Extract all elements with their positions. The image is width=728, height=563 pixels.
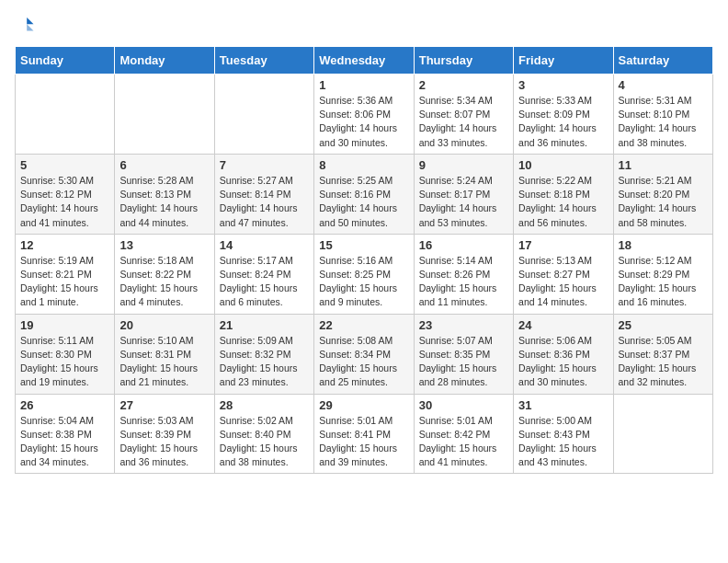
calendar-cell: 3Sunrise: 5:33 AM Sunset: 8:09 PM Daylig… bbox=[514, 75, 613, 155]
day-number: 15 bbox=[319, 238, 408, 252]
day-number: 12 bbox=[20, 238, 109, 252]
calendar-week-4: 19Sunrise: 5:11 AM Sunset: 8:30 PM Dayli… bbox=[16, 314, 713, 394]
calendar-cell: 2Sunrise: 5:34 AM Sunset: 8:07 PM Daylig… bbox=[414, 75, 513, 155]
day-number: 6 bbox=[119, 158, 209, 172]
day-info: Sunrise: 5:04 AM Sunset: 8:38 PM Dayligh… bbox=[20, 414, 109, 470]
day-info: Sunrise: 5:25 AM Sunset: 8:16 PM Dayligh… bbox=[319, 174, 408, 230]
calendar-cell: 20Sunrise: 5:10 AM Sunset: 8:31 PM Dayli… bbox=[115, 314, 214, 394]
day-number: 26 bbox=[20, 398, 109, 412]
calendar-cell: 29Sunrise: 5:01 AM Sunset: 8:41 PM Dayli… bbox=[314, 394, 414, 474]
calendar-cell: 17Sunrise: 5:13 AM Sunset: 8:27 PM Dayli… bbox=[514, 234, 613, 314]
day-number: 27 bbox=[119, 398, 209, 412]
calendar-cell bbox=[16, 75, 115, 155]
day-info: Sunrise: 5:27 AM Sunset: 8:14 PM Dayligh… bbox=[220, 174, 309, 230]
calendar-cell: 14Sunrise: 5:17 AM Sunset: 8:24 PM Dayli… bbox=[214, 234, 313, 314]
day-info: Sunrise: 5:16 AM Sunset: 8:25 PM Dayligh… bbox=[319, 254, 408, 310]
day-info: Sunrise: 5:06 AM Sunset: 8:36 PM Dayligh… bbox=[518, 334, 608, 390]
calendar-cell: 12Sunrise: 5:19 AM Sunset: 8:21 PM Dayli… bbox=[16, 234, 115, 314]
calendar-cell: 10Sunrise: 5:22 AM Sunset: 8:18 PM Dayli… bbox=[514, 154, 613, 234]
calendar-week-1: 1Sunrise: 5:36 AM Sunset: 8:06 PM Daylig… bbox=[16, 75, 713, 155]
calendar-cell: 21Sunrise: 5:09 AM Sunset: 8:32 PM Dayli… bbox=[214, 314, 313, 394]
day-number: 28 bbox=[220, 398, 309, 412]
day-number: 25 bbox=[619, 318, 708, 332]
day-info: Sunrise: 5:05 AM Sunset: 8:37 PM Dayligh… bbox=[619, 334, 708, 390]
day-info: Sunrise: 5:08 AM Sunset: 8:34 PM Dayligh… bbox=[319, 334, 408, 390]
day-number: 7 bbox=[220, 158, 309, 172]
day-info: Sunrise: 5:18 AM Sunset: 8:22 PM Dayligh… bbox=[119, 254, 209, 310]
day-number: 22 bbox=[319, 318, 408, 332]
day-info: Sunrise: 5:00 AM Sunset: 8:43 PM Dayligh… bbox=[518, 414, 608, 470]
day-number: 16 bbox=[419, 238, 508, 252]
day-info: Sunrise: 5:07 AM Sunset: 8:35 PM Dayligh… bbox=[419, 334, 508, 390]
svg-marker-0 bbox=[27, 17, 33, 24]
calendar-table: SundayMondayTuesdayWednesdayThursdayFrid… bbox=[15, 46, 713, 474]
day-number: 10 bbox=[518, 158, 608, 172]
day-number: 4 bbox=[619, 78, 708, 92]
day-info: Sunrise: 5:21 AM Sunset: 8:20 PM Dayligh… bbox=[619, 174, 708, 230]
day-info: Sunrise: 5:31 AM Sunset: 8:10 PM Dayligh… bbox=[619, 94, 708, 150]
day-number: 11 bbox=[619, 158, 708, 172]
calendar-cell bbox=[613, 394, 712, 474]
calendar-cell: 28Sunrise: 5:02 AM Sunset: 8:40 PM Dayli… bbox=[214, 394, 313, 474]
day-info: Sunrise: 5:28 AM Sunset: 8:13 PM Dayligh… bbox=[119, 174, 209, 230]
day-info: Sunrise: 5:30 AM Sunset: 8:12 PM Dayligh… bbox=[20, 174, 109, 230]
day-number: 1 bbox=[319, 78, 408, 92]
calendar-header-sunday: Sunday bbox=[16, 47, 115, 75]
day-info: Sunrise: 5:01 AM Sunset: 8:41 PM Dayligh… bbox=[319, 414, 408, 470]
calendar-cell bbox=[115, 75, 214, 155]
day-number: 21 bbox=[220, 318, 309, 332]
calendar-header-row: SundayMondayTuesdayWednesdayThursdayFrid… bbox=[16, 47, 713, 75]
day-info: Sunrise: 5:36 AM Sunset: 8:06 PM Dayligh… bbox=[319, 94, 408, 150]
day-number: 29 bbox=[319, 398, 408, 412]
calendar-cell: 9Sunrise: 5:24 AM Sunset: 8:17 PM Daylig… bbox=[414, 154, 513, 234]
day-number: 23 bbox=[419, 318, 508, 332]
day-number: 5 bbox=[20, 158, 109, 172]
calendar-cell: 5Sunrise: 5:30 AM Sunset: 8:12 PM Daylig… bbox=[16, 154, 115, 234]
logo bbox=[15, 15, 37, 39]
day-info: Sunrise: 5:03 AM Sunset: 8:39 PM Dayligh… bbox=[119, 414, 209, 470]
day-number: 14 bbox=[220, 238, 309, 252]
calendar-header-wednesday: Wednesday bbox=[314, 47, 414, 75]
calendar-cell: 1Sunrise: 5:36 AM Sunset: 8:06 PM Daylig… bbox=[314, 75, 414, 155]
calendar-header-tuesday: Tuesday bbox=[214, 47, 313, 75]
calendar-cell: 27Sunrise: 5:03 AM Sunset: 8:39 PM Dayli… bbox=[115, 394, 214, 474]
day-number: 19 bbox=[20, 318, 109, 332]
calendar-header-monday: Monday bbox=[115, 47, 214, 75]
day-info: Sunrise: 5:22 AM Sunset: 8:18 PM Dayligh… bbox=[518, 174, 608, 230]
day-info: Sunrise: 5:11 AM Sunset: 8:30 PM Dayligh… bbox=[20, 334, 109, 390]
day-number: 30 bbox=[419, 398, 508, 412]
day-info: Sunrise: 5:24 AM Sunset: 8:17 PM Dayligh… bbox=[419, 174, 508, 230]
calendar-cell: 11Sunrise: 5:21 AM Sunset: 8:20 PM Dayli… bbox=[613, 154, 712, 234]
calendar-cell: 7Sunrise: 5:27 AM Sunset: 8:14 PM Daylig… bbox=[214, 154, 313, 234]
day-number: 9 bbox=[419, 158, 508, 172]
calendar-week-3: 12Sunrise: 5:19 AM Sunset: 8:21 PM Dayli… bbox=[16, 234, 713, 314]
day-info: Sunrise: 5:01 AM Sunset: 8:42 PM Dayligh… bbox=[419, 414, 508, 470]
calendar-cell: 23Sunrise: 5:07 AM Sunset: 8:35 PM Dayli… bbox=[414, 314, 513, 394]
day-info: Sunrise: 5:02 AM Sunset: 8:40 PM Dayligh… bbox=[220, 414, 309, 470]
day-info: Sunrise: 5:10 AM Sunset: 8:31 PM Dayligh… bbox=[119, 334, 209, 390]
logo-icon bbox=[15, 15, 35, 35]
calendar-cell: 30Sunrise: 5:01 AM Sunset: 8:42 PM Dayli… bbox=[414, 394, 513, 474]
calendar-week-5: 26Sunrise: 5:04 AM Sunset: 8:38 PM Dayli… bbox=[16, 394, 713, 474]
day-number: 8 bbox=[319, 158, 408, 172]
calendar-cell: 15Sunrise: 5:16 AM Sunset: 8:25 PM Dayli… bbox=[314, 234, 414, 314]
day-number: 31 bbox=[518, 398, 608, 412]
day-info: Sunrise: 5:17 AM Sunset: 8:24 PM Dayligh… bbox=[220, 254, 309, 310]
page-header bbox=[15, 15, 713, 39]
calendar-cell: 8Sunrise: 5:25 AM Sunset: 8:16 PM Daylig… bbox=[314, 154, 414, 234]
calendar-cell: 24Sunrise: 5:06 AM Sunset: 8:36 PM Dayli… bbox=[514, 314, 613, 394]
calendar-cell: 18Sunrise: 5:12 AM Sunset: 8:29 PM Dayli… bbox=[613, 234, 712, 314]
day-number: 18 bbox=[619, 238, 708, 252]
calendar-cell: 25Sunrise: 5:05 AM Sunset: 8:37 PM Dayli… bbox=[613, 314, 712, 394]
calendar-cell: 16Sunrise: 5:14 AM Sunset: 8:26 PM Dayli… bbox=[414, 234, 513, 314]
day-info: Sunrise: 5:09 AM Sunset: 8:32 PM Dayligh… bbox=[220, 334, 309, 390]
day-info: Sunrise: 5:33 AM Sunset: 8:09 PM Dayligh… bbox=[518, 94, 608, 150]
day-number: 2 bbox=[419, 78, 508, 92]
day-info: Sunrise: 5:14 AM Sunset: 8:26 PM Dayligh… bbox=[419, 254, 508, 310]
day-number: 24 bbox=[518, 318, 608, 332]
calendar-cell: 4Sunrise: 5:31 AM Sunset: 8:10 PM Daylig… bbox=[613, 75, 712, 155]
calendar-header-thursday: Thursday bbox=[414, 47, 513, 75]
calendar-cell: 6Sunrise: 5:28 AM Sunset: 8:13 PM Daylig… bbox=[115, 154, 214, 234]
calendar-cell bbox=[214, 75, 313, 155]
svg-marker-1 bbox=[27, 24, 33, 30]
